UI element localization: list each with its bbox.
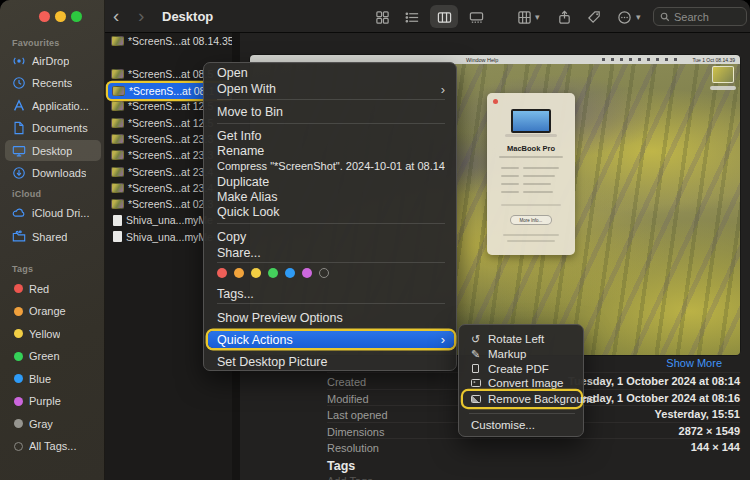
sidebar-item-label: Recents: [32, 77, 72, 89]
menu-item-compress[interactable]: Compress "*ScreenShot". 2024-10-01 at 08…: [208, 158, 454, 174]
sidebar-item-desktop[interactable]: Desktop: [5, 140, 101, 161]
menu-item-duplicate[interactable]: Duplicate: [208, 174, 454, 190]
back-button[interactable]: ‹: [113, 3, 119, 29]
sidebar-tag-green[interactable]: Green: [5, 346, 101, 367]
menu-item-tags[interactable]: Tags...: [208, 286, 454, 302]
grid-view-button[interactable]: [371, 7, 393, 27]
preview-menubar-status-icons: [602, 58, 682, 61]
sidebar-tag-red[interactable]: Red: [5, 278, 101, 299]
sidebar-tag-yellow[interactable]: Yellow: [5, 323, 101, 344]
submenu-item-markup[interactable]: ✎Markup: [463, 347, 581, 362]
menu-separator: [469, 413, 575, 414]
tag-button[interactable]: [583, 7, 605, 27]
preview-desktop-file-icon: [712, 66, 734, 83]
menu-item-open[interactable]: Open: [208, 65, 454, 81]
menu-item-quick-actions[interactable]: Quick Actions›: [208, 331, 454, 348]
menu-item-move-to-bin[interactable]: Move to Bin: [208, 104, 454, 120]
sidebar-item-label: Shared: [32, 231, 67, 243]
submenu-item-convert-image[interactable]: Convert Image: [463, 376, 581, 391]
sidebar-item-applications[interactable]: Applicatio...: [5, 95, 101, 116]
sidebar-item-airdrop[interactable]: AirDrop: [5, 50, 101, 71]
yellow-tag-dot[interactable]: [251, 268, 261, 278]
menu-item-rename[interactable]: Rename: [208, 143, 454, 159]
sidebar-item-documents[interactable]: Documents: [5, 118, 101, 139]
sidebar-item-label: Yellow: [29, 328, 60, 340]
remove-background-icon: [469, 395, 482, 403]
sidebar-tag-blue[interactable]: Blue: [5, 368, 101, 389]
column-view-button[interactable]: [433, 7, 455, 27]
sidebar-tag-purple[interactable]: Purple: [5, 391, 101, 412]
show-more-link[interactable]: Show More: [560, 357, 722, 369]
document-file-icon: [113, 231, 122, 242]
sidebar-item-shared[interactable]: Shared: [5, 226, 101, 247]
minimize-button[interactable]: [55, 11, 66, 22]
info-value-dimensions: 2872 × 1549: [679, 425, 740, 437]
no-tag-dot[interactable]: [319, 268, 329, 278]
preview-desktop-file-label: [710, 86, 736, 90]
menu-separator: [217, 99, 445, 100]
orange-tag-dot[interactable]: [234, 268, 244, 278]
menu-separator: [217, 223, 445, 224]
blue-tag-dot[interactable]: [285, 268, 295, 278]
menu-item-set-desktop-picture[interactable]: Set Desktop Picture: [208, 354, 454, 370]
menu-item-quick-look[interactable]: Quick Look: [208, 204, 454, 220]
submenu-item-customise[interactable]: Customise...: [463, 418, 581, 433]
sidebar-item-recents[interactable]: Recents: [5, 73, 101, 94]
sidebar-item-icloud-drive[interactable]: iCloud Dri...: [5, 202, 101, 223]
search-icon: [660, 12, 670, 22]
submenu-item-remove-background[interactable]: Remove Background: [463, 391, 581, 407]
about-this-mac-window: MacBook Pro More Info...: [487, 93, 575, 255]
macbook-base: [505, 134, 557, 137]
preview-menubar-menus: Window Help: [466, 57, 498, 63]
search-field[interactable]: Search: [653, 7, 747, 26]
zoom-button[interactable]: [71, 11, 82, 22]
menu-item-get-info[interactable]: Get Info: [208, 128, 454, 144]
purple-tag-dot[interactable]: [302, 268, 312, 278]
sidebar-tag-gray[interactable]: Gray: [5, 413, 101, 434]
submenu-item-rotate-left[interactable]: ↺Rotate Left: [463, 332, 581, 347]
list-view-button[interactable]: [401, 7, 423, 27]
menu-item-show-preview-options[interactable]: Show Preview Options: [208, 310, 454, 326]
red-tag-dot[interactable]: [217, 268, 227, 278]
sidebar-item-label: iCloud Dri...: [32, 207, 89, 219]
shared-folder-icon: [12, 230, 26, 244]
cloud-icon: [12, 206, 26, 220]
more-actions-button[interactable]: [613, 7, 635, 27]
submenu-item-create-pdf[interactable]: Create PDF: [463, 362, 581, 377]
file-name: *ScreenS...at 02.3: [128, 198, 213, 210]
downloads-icon: [12, 166, 26, 180]
sidebar-item-label: Red: [29, 283, 49, 295]
menu-item-make-alias[interactable]: Make Alias: [208, 189, 454, 205]
menu-item-share[interactable]: Share...: [208, 245, 454, 261]
sidebar-tag-orange[interactable]: Orange: [5, 301, 101, 322]
info-value-created: Tuesday, 1 October 2024 at 08:14: [568, 375, 740, 387]
context-menu: Open Open With› Move to Bin Get Info Ren…: [203, 62, 457, 371]
close-button[interactable]: [39, 11, 50, 22]
rotate-left-icon: ↺: [469, 333, 482, 346]
share-button[interactable]: [553, 7, 575, 27]
search-placeholder: Search: [674, 11, 709, 23]
document-icon: [12, 121, 26, 135]
gallery-view-button[interactable]: [465, 7, 487, 27]
file-name: *ScreenS...at 23.3: [128, 149, 213, 161]
file-row[interactable]: *ScreenS...at 08.14.35: [105, 33, 232, 49]
sidebar-all-tags[interactable]: All Tags...: [5, 436, 101, 457]
sidebar-item-downloads[interactable]: Downloads: [5, 163, 101, 184]
group-by-button[interactable]: [513, 7, 535, 27]
purple-tag-icon: [14, 397, 23, 406]
file-name: *ScreenS...at 23.4: [128, 166, 213, 178]
info-label-last-opened: Last opened: [327, 409, 388, 421]
menu-item-copy[interactable]: Copy: [208, 229, 454, 245]
info-label-created: Created: [327, 376, 366, 388]
forward-button[interactable]: ›: [138, 3, 144, 29]
image-thumbnail-icon: [111, 199, 124, 209]
file-name: *ScreenS...at 12.5: [128, 100, 213, 112]
share-icon: [557, 10, 572, 25]
toolbar: ‹ › Desktop ▾ ▾ Searc: [105, 0, 750, 33]
image-thumbnail-icon: [111, 101, 124, 111]
add-tags-field[interactable]: Add Tags...: [327, 475, 382, 480]
green-tag-dot[interactable]: [268, 268, 278, 278]
file-name: *ScreenS...at 23.4: [128, 182, 213, 194]
file-name: *ScreenS...at 12.5: [128, 117, 213, 129]
menu-item-open-with[interactable]: Open With›: [208, 81, 454, 97]
